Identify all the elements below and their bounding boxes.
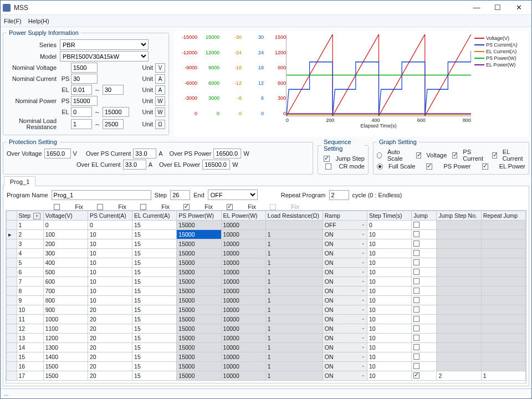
ramp-select[interactable]: OFF⌄ — [323, 221, 367, 230]
jump-checkbox[interactable] — [413, 231, 420, 237]
cr-mode-checkbox[interactable] — [325, 163, 331, 170]
jump-step-checkbox[interactable] — [324, 156, 330, 162]
maximize-button[interactable]: ☐ — [487, 1, 508, 14]
col-header[interactable]: Repeat Jump — [481, 211, 525, 221]
col-header[interactable]: EL Current(A) — [132, 211, 177, 221]
nompow-el-hi-input[interactable] — [103, 107, 129, 117]
jump-checkbox[interactable] — [413, 297, 420, 303]
repeat-input[interactable] — [329, 190, 349, 200]
close-button[interactable]: ✕ — [508, 1, 529, 14]
jump-checkbox[interactable] — [413, 259, 420, 265]
step-count-input[interactable] — [170, 190, 190, 200]
ramp-select[interactable]: ON⌄ — [323, 334, 367, 343]
over-el-power-input[interactable] — [202, 160, 230, 170]
nompow-ps-input[interactable] — [71, 96, 98, 106]
model-select[interactable]: PBR1500V30A15kW — [60, 51, 149, 62]
col-header[interactable]: PS Power(W) — [177, 211, 221, 221]
row-header[interactable] — [7, 352, 17, 362]
col-header[interactable]: Voltage(V) — [43, 211, 88, 221]
fix-checkbox[interactable] — [140, 204, 146, 210]
fix-checkbox[interactable] — [97, 204, 103, 210]
col-header[interactable]: Step Time(s) — [367, 211, 411, 221]
ramp-select[interactable]: ON⌄ — [323, 277, 367, 287]
row-header[interactable] — [7, 305, 17, 315]
ramp-select[interactable]: ON⌄ — [323, 371, 367, 381]
row-header[interactable] — [7, 315, 17, 324]
col-header[interactable]: Ramp — [323, 211, 367, 221]
jump-checkbox[interactable] — [413, 288, 420, 294]
ramp-select[interactable]: ON⌄ — [323, 315, 367, 324]
jump-checkbox[interactable] — [413, 241, 420, 247]
row-header[interactable] — [7, 371, 17, 381]
nomres-hi-input[interactable] — [103, 119, 124, 129]
col-header[interactable]: Jump — [412, 211, 437, 221]
tab-prog1[interactable]: Prog_1 — [4, 176, 35, 186]
series-select[interactable]: PBR — [60, 39, 149, 50]
nomcur-ps-input[interactable] — [71, 74, 98, 84]
voltage-checkbox[interactable] — [416, 152, 421, 158]
row-header[interactable] — [7, 221, 17, 230]
jump-checkbox[interactable] — [413, 335, 420, 341]
ramp-select[interactable]: ON⌄ — [323, 268, 367, 277]
row-header[interactable] — [7, 287, 17, 296]
over-ps-power-input[interactable] — [213, 149, 241, 158]
row-header[interactable]: ▸ — [7, 230, 17, 239]
minimize-button[interactable]: — — [466, 1, 487, 14]
row-header[interactable] — [7, 258, 17, 268]
over-el-current-input[interactable] — [123, 160, 146, 170]
row-header[interactable] — [7, 239, 17, 249]
end-select[interactable]: OFF — [208, 190, 258, 200]
ramp-select[interactable]: ON⌄ — [323, 343, 367, 352]
col-header[interactable]: Load Resistance(Ω) — [265, 211, 323, 221]
ramp-select[interactable]: ON⌄ — [323, 239, 367, 249]
col-header[interactable]: Jump Step No. — [437, 211, 481, 221]
nomcur-el-hi-input[interactable] — [103, 85, 124, 95]
ramp-select[interactable]: ON⌄ — [323, 352, 367, 362]
row-header[interactable] — [7, 324, 17, 334]
add-step-button[interactable]: + — [33, 213, 40, 219]
el-power-checkbox[interactable] — [482, 163, 488, 170]
menu-file[interactable]: File(F) — [4, 18, 22, 24]
ramp-select[interactable]: ON⌄ — [323, 258, 367, 268]
auto-scale-radio[interactable] — [377, 152, 382, 158]
full-scale-radio[interactable] — [377, 163, 383, 170]
steps-grid[interactable]: Step +Voltage(V)PS Current(A)EL Current(… — [6, 211, 526, 381]
ramp-select[interactable]: ON⌄ — [323, 324, 367, 334]
col-header[interactable]: PS Current(A) — [88, 211, 132, 221]
jump-checkbox[interactable] — [413, 250, 420, 256]
col-header[interactable]: Step + — [17, 211, 43, 221]
fix-checkbox[interactable] — [227, 204, 233, 210]
row-header[interactable] — [7, 334, 17, 343]
ramp-select[interactable]: ON⌄ — [323, 287, 367, 296]
row-header[interactable] — [7, 277, 17, 287]
program-name-input[interactable] — [52, 190, 151, 200]
ramp-select[interactable]: ON⌄ — [323, 230, 367, 239]
fix-checkbox[interactable] — [183, 204, 190, 210]
ramp-select[interactable]: ON⌄ — [323, 305, 367, 315]
jump-checkbox[interactable] — [413, 306, 420, 313]
jump-checkbox[interactable] — [413, 325, 420, 331]
row-header[interactable] — [7, 249, 17, 258]
row-header[interactable] — [7, 362, 17, 371]
jump-checkbox[interactable] — [413, 354, 420, 360]
el-current-checkbox[interactable] — [492, 152, 497, 158]
row-header[interactable] — [7, 268, 17, 277]
over-ps-current-input[interactable] — [133, 149, 156, 158]
jump-checkbox[interactable] — [413, 344, 420, 350]
nomvolt-input[interactable] — [71, 63, 98, 73]
jump-checkbox[interactable] — [413, 278, 420, 284]
nomcur-el-lo-input[interactable] — [71, 85, 92, 95]
ramp-select[interactable]: ON⌄ — [323, 362, 367, 371]
ps-current-checkbox[interactable] — [452, 152, 457, 158]
jump-checkbox[interactable] — [413, 269, 420, 275]
jump-checkbox[interactable] — [413, 372, 420, 378]
ramp-select[interactable]: ON⌄ — [323, 296, 367, 305]
menu-help[interactable]: Help(H) — [28, 18, 49, 24]
row-header[interactable] — [7, 343, 17, 352]
over-voltage-input[interactable] — [44, 149, 71, 158]
nomres-lo-input[interactable] — [71, 119, 92, 129]
ps-power-checkbox[interactable] — [426, 163, 432, 170]
jump-checkbox[interactable] — [413, 363, 420, 369]
row-header[interactable] — [7, 296, 17, 305]
nompow-el-lo-input[interactable] — [71, 107, 92, 117]
